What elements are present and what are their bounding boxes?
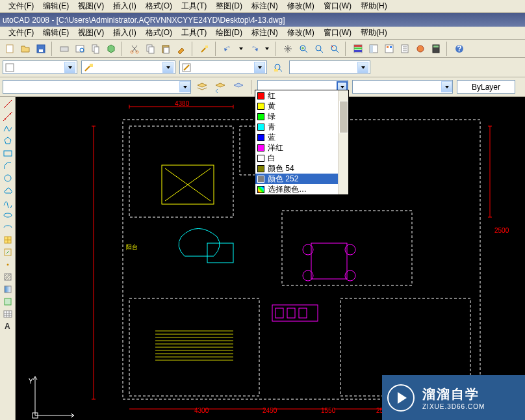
properties-icon[interactable] [351, 42, 365, 56]
menu2-window[interactable]: 窗口(W) [320, 26, 355, 40]
redo-icon[interactable] [247, 42, 261, 56]
matchprop-icon[interactable] [174, 42, 188, 56]
menu-file[interactable]: 文件(F) [5, 0, 38, 13]
menu2-format[interactable]: 格式(O) [142, 26, 176, 40]
save-icon[interactable] [34, 42, 48, 56]
menu2-view[interactable]: 视图(V) [74, 26, 108, 40]
svg-rect-69 [299, 308, 307, 318]
menu2-annotate[interactable]: 标注(N) [248, 26, 282, 40]
dropdown-scrollbar[interactable] [338, 90, 348, 194]
arc-icon[interactable] [1, 160, 14, 172]
linetype-combo[interactable] [352, 80, 453, 94]
markup-icon[interactable] [413, 42, 428, 56]
menu2-tools[interactable]: 工具(T) [177, 26, 211, 40]
xline-icon[interactable] [1, 111, 14, 122]
menu-window[interactable]: 窗口(W) [320, 0, 355, 13]
undo-icon[interactable] [221, 42, 235, 56]
ellipse-icon[interactable] [1, 209, 14, 221]
sheetset-icon[interactable] [398, 42, 412, 56]
region-icon[interactable] [1, 296, 14, 308]
layer-prev-icon[interactable] [213, 80, 227, 94]
menu-modify[interactable]: 修改(M) [283, 0, 318, 13]
spline-icon[interactable] [1, 197, 14, 209]
point-icon[interactable] [1, 259, 14, 270]
menu2-draw[interactable]: 绘图(D) [212, 26, 246, 40]
layer-control[interactable] [3, 80, 191, 94]
revcloud-icon[interactable] [1, 185, 14, 196]
color-item-cyan[interactable]: 青 [255, 122, 348, 132]
polygon-icon[interactable] [1, 135, 14, 147]
plotstyle-icon[interactable] [271, 60, 285, 75]
makeblock-icon[interactable] [1, 246, 14, 258]
menu2-modify[interactable]: 修改(M) [283, 26, 318, 40]
svg-rect-23 [370, 45, 373, 53]
menu2-help[interactable]: 帮助(H) [357, 26, 391, 40]
menu-display[interactable]: 整图(D) [212, 0, 246, 13]
color-item-green[interactable]: 绿 [255, 111, 348, 122]
publish-icon[interactable] [88, 42, 103, 56]
color-item-red[interactable]: 红 [255, 90, 348, 101]
color-item-yellow[interactable]: 黄 [255, 101, 348, 111]
help-icon[interactable]: ? [452, 42, 467, 56]
menu-help[interactable]: 帮助(H) [357, 0, 391, 13]
color-item-54[interactable]: 颜色 54 [255, 163, 348, 174]
copy-icon[interactable] [143, 42, 157, 56]
color-control[interactable] [3, 60, 77, 74]
svg-rect-52 [129, 126, 233, 217]
plotstyle-control[interactable] [289, 60, 370, 74]
new-icon[interactable] [3, 42, 17, 56]
lineweight-display[interactable]: ByLayer [457, 80, 515, 94]
color-item-blue[interactable]: 蓝 [255, 132, 348, 142]
color-item-select[interactable]: 选择颜色… [255, 184, 348, 194]
svg-rect-34 [90, 64, 93, 67]
color-item-magenta[interactable]: 洋红 [255, 142, 348, 153]
3d-icon[interactable] [104, 42, 118, 56]
paste-icon[interactable] [159, 42, 173, 56]
redo-dropdown[interactable] [262, 42, 272, 56]
menu-tools[interactable]: 工具(T) [177, 0, 211, 13]
zoom-realtime-icon[interactable] [296, 42, 311, 56]
quickcalc-icon[interactable] [429, 42, 443, 56]
svg-point-42 [4, 213, 12, 217]
pan-icon[interactable] [281, 42, 295, 56]
layer-states-icon[interactable] [231, 80, 246, 94]
undo-dropdown[interactable] [237, 42, 246, 56]
table-icon[interactable] [1, 308, 14, 320]
menu-edit[interactable]: 编辑(E) [39, 0, 73, 13]
rectangle-icon[interactable] [1, 148, 14, 159]
lineweight-control[interactable] [179, 60, 267, 74]
menu2-edit[interactable]: 编辑(E) [39, 26, 73, 40]
menu-insert[interactable]: 插入(I) [109, 0, 140, 13]
cut-icon[interactable] [127, 42, 142, 56]
menu-annotate[interactable]: 标注(N) [248, 0, 282, 13]
gradient-icon[interactable] [1, 283, 14, 295]
preview-icon[interactable] [73, 42, 87, 56]
menu-view[interactable]: 视图(V) [74, 0, 108, 13]
mtext-icon[interactable]: A [1, 321, 14, 332]
designcenter-icon[interactable] [366, 42, 381, 56]
layer-manager-icon[interactable] [195, 80, 209, 94]
menu2-file[interactable]: 文件(F) [5, 26, 38, 40]
polyline-icon[interactable] [1, 123, 14, 135]
menu-format[interactable]: 格式(O) [142, 0, 176, 13]
line-icon[interactable] [1, 98, 14, 110]
svg-rect-40 [4, 151, 12, 156]
svg-rect-0 [6, 45, 13, 53]
hatch-icon[interactable] [1, 271, 14, 283]
svg-point-62 [303, 244, 313, 255]
svg-rect-47 [5, 286, 11, 293]
zoom-window-icon[interactable] [312, 42, 326, 56]
ellipsearc-icon[interactable] [1, 222, 14, 233]
linetype-control[interactable] [81, 60, 175, 74]
insertblock-icon[interactable] [1, 234, 14, 246]
menu2-insert[interactable]: 插入(I) [109, 26, 140, 40]
plot-icon[interactable] [57, 42, 71, 56]
color-item-white[interactable]: 白 [255, 153, 348, 163]
circle-icon[interactable] [1, 172, 14, 184]
zoom-prev-icon[interactable] [327, 42, 342, 56]
color-item-252[interactable]: 颜色 252 [255, 174, 348, 184]
blockeditor-icon[interactable] [198, 42, 212, 56]
open-icon[interactable] [18, 42, 32, 56]
properties-toolbar [0, 58, 525, 77]
toolpalettes-icon[interactable] [382, 42, 396, 56]
